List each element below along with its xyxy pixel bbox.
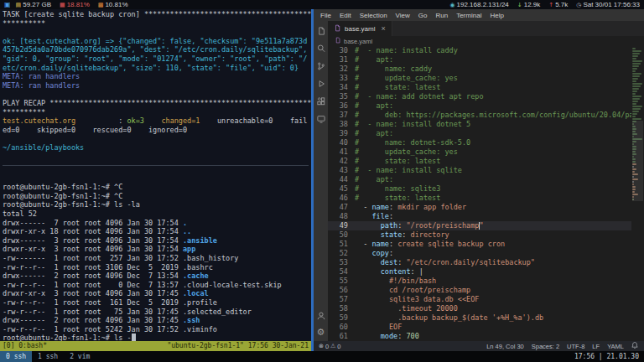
line-number: 42 [328,157,355,166]
editor-lines: 30# - name: install caddy31# apt:32# nam… [328,46,644,341]
menu-run[interactable]: Run [431,12,452,19]
line-number: 49 [328,221,355,230]
breadcrumb[interactable]: base.yaml [328,36,644,46]
terminal-line: 457b2d5da0a70bde070976dab269a", "dest": … [3,45,309,54]
terminal-line: META: ran handlers [3,72,309,81]
terminal-line [3,174,309,184]
menu-selection[interactable]: Selection [356,12,392,19]
line-code: # apt: [355,101,644,111]
wm-status-bar: 0 ssh1 ssh2 vim 17:56 | 21.01.30 [0,351,644,362]
vscode-window: FileEditSelectionViewGoRunTerminalHelp [314,9,644,351]
editor-line-36: 36# apt: [328,101,644,111]
run-debug-icon[interactable] [315,78,326,89]
line-number: 40 [328,138,355,147]
line-number: 58 [328,304,355,313]
line-number: 33 [328,74,355,83]
terminal-window[interactable]: TASK [create sqlite backup cron] *******… [0,9,314,351]
terminal-line: root@ubuntu-2gb-fsn1-1:~# ^C [3,183,309,192]
network-address-stat: ◉192.168.2.131/24 [449,1,508,8]
warnings-count: 0 [337,343,340,350]
editor-line-57: 57 sqlite3 data.db <<EOF [328,295,644,304]
vscode-menu-bar: FileEditSelectionViewGoRunTerminalHelp [314,9,644,21]
activity-bar-bottom: ⚙ [315,310,326,338]
explorer-icon[interactable] [315,25,326,36]
os-logo-icon: ▣ [4,1,11,8]
minimap-mark [632,55,638,57]
terminal-line: ok: [test.cutechat.org] => {"changed": f… [3,37,309,46]
editor-line-54: 54 content: | [328,267,644,277]
line-code: # - name: install sqlite [355,166,644,175]
tmux-status-bar: [0] 0:bash* "ubuntu-2gb-fsn1-1" 17:56 30… [0,341,311,351]
line-number: 60 [328,323,355,332]
memory-usage-stat: ▦18.81% [60,1,90,8]
notifications-bell-icon[interactable] [631,341,639,351]
extensions-icon[interactable] [315,96,326,106]
minimap-mark [632,68,637,70]
cpu-usage-value: 10.81% [105,1,127,8]
line-code: # name: dotnet-sdk-5.0 [355,138,644,147]
terminal-line: test.cutechat.org : ok=3 changed=1 unrea… [3,116,309,126]
wm-window-2[interactable]: 2 vim [64,351,96,362]
minimap-mark [632,98,640,100]
status-lf[interactable]: LF [592,343,600,350]
line-code: # deb: https://packages.microsoft.com/co… [355,111,644,120]
line-code: - name: create sqlite backup cron [355,240,644,249]
line-number: 53 [328,258,355,267]
terminal-output[interactable]: TASK [create sqlite backup cron] *******… [0,9,311,341]
minimap[interactable] [631,46,644,341]
menu-help[interactable]: Help [486,12,507,19]
line-code: EOF [355,323,644,332]
terminal-line: ed=0 skipped=0 rescued=0 ignored=0 [3,126,309,135]
minimap-viewport[interactable] [632,121,643,201]
close-tab-icon[interactable]: × [381,24,385,33]
errors-icon: ⊗ [319,343,324,349]
menu-go[interactable]: Go [414,12,432,19]
editor-line-48: 48 file: [328,212,644,221]
terminal-line: root@ubuntu-2gb-fsn1-1:~# ls -la [3,200,309,209]
terminal-line: -rw-r--r-- 1 root root 75 Jan 30 17:45 .… [3,308,309,317]
minimap-mark [632,73,641,75]
menu-terminal[interactable]: Terminal [452,12,486,19]
terminal-line: root@ubuntu-2gb-fsn1-1:~# ls - [3,334,309,341]
datetime-stat: ◷Sat 30/01 17:56:33 [576,1,640,8]
datetime-value: Sat 30/01 17:56:33 [583,1,640,8]
editor-line-38: 38# - name: install dotnet 5 [328,120,644,129]
editor-line-51: 51 - name: create sqlite backup cron [328,240,644,249]
line-number: 50 [328,230,355,240]
status-spaces[interactable]: Spaces: 2 [532,343,559,350]
line-code: # update_cache: yes [355,147,644,157]
terminal-line: ********** [3,108,309,117]
menu-view[interactable]: View [392,12,414,19]
tab-base-yaml[interactable]: base.yaml × [328,21,392,36]
settings-gear-icon[interactable]: ⚙ [315,327,326,338]
status-ln[interactable]: Ln 49, Col 30 [486,343,524,350]
terminal-line: drwxr-xr-x 3 root root 4096 Jan 30 17:45… [3,289,309,298]
source-control-icon[interactable] [315,60,326,71]
terminal-line: drwx------ 2 root root 4096 Dec 7 13:54 … [3,272,309,281]
menu-edit[interactable]: Edit [335,12,356,19]
terminal-line: META: ran handlers [3,81,309,90]
editor-line-39: 39# apt: [328,129,644,138]
search-icon[interactable] [315,43,326,54]
wm-window-0[interactable]: 0 ssh [0,351,32,362]
wm-window-list: 0 ssh1 ssh2 vim [0,351,96,362]
menu-file[interactable]: File [316,12,335,19]
line-code: # name: caddy [355,65,644,74]
wm-clock: 17:56 | 21.01.30 [574,351,644,362]
editor-line-55: 55 #!/bin/bash [328,277,644,286]
line-number: 37 [328,111,355,120]
minimap-mark [632,88,639,90]
line-code: # state: latest [355,194,644,203]
editor-line-60: 60 EOF [328,323,644,332]
minimap-mark [632,63,641,65]
problems-indicator[interactable]: ⊗ 0 ⚠ 0 [319,343,341,350]
editor-line-31: 31# apt: [328,55,644,65]
status-utf8[interactable]: UTF-8 [567,343,584,350]
account-icon[interactable] [315,310,326,321]
wm-window-1[interactable]: 1 ssh [32,351,64,362]
editor-line-56: 56 cd /root/preischamp [328,286,644,295]
status-yaml[interactable]: YAML [607,343,624,350]
disk-usage-stat: ▤59.27 GB [16,1,51,8]
remote-explorer-icon[interactable] [315,113,326,124]
code-editor[interactable]: 30# - name: install caddy31# apt:32# nam… [328,46,644,341]
